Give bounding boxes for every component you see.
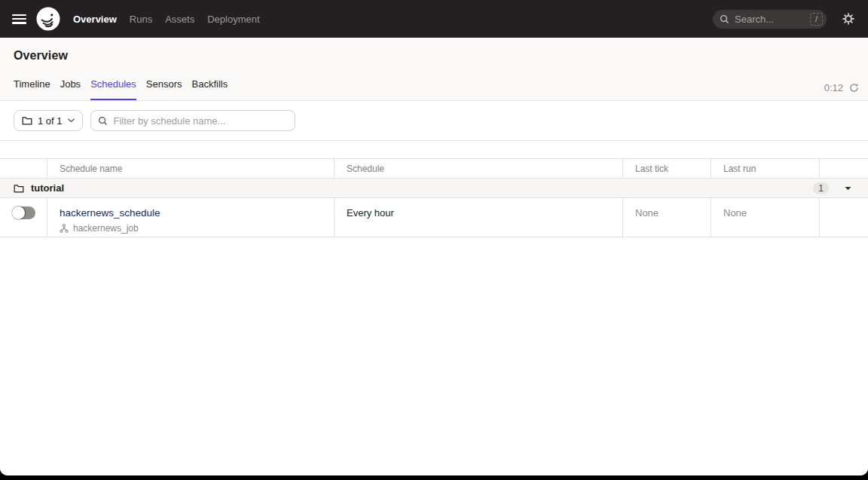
table-header-row: Schedule name Schedule Last tick Last ru… [0, 158, 868, 179]
repo-group-count-badge: 1 [813, 182, 829, 194]
filter-search-icon [98, 116, 108, 126]
app-window: Overview Runs Assets Deployment Search..… [0, 0, 868, 475]
overview-tabs: Timeline Jobs Schedules Sensors Backfill… [0, 78, 868, 100]
col-schedule-name: Schedule name [47, 159, 334, 178]
last-tick-cell: None [622, 198, 711, 237]
global-search-input[interactable]: Search... / [713, 10, 827, 29]
col-actions [819, 159, 868, 178]
menu-icon[interactable] [12, 14, 26, 24]
folder-icon [14, 184, 24, 193]
code-location-filter-dropdown[interactable]: 1 of 1 [14, 110, 83, 131]
dagster-logo-icon [36, 7, 60, 31]
nav-item-runs[interactable]: Runs [130, 14, 152, 25]
filter-bar: 1 of 1 [0, 101, 868, 141]
tab-jobs[interactable]: Jobs [60, 78, 81, 100]
refresh-icon[interactable] [849, 83, 859, 93]
schedule-name-link[interactable]: hackernews_schedule [60, 207, 160, 219]
tab-schedules[interactable]: Schedules [90, 78, 136, 100]
refresh-timer-text: 0:12 [824, 82, 843, 93]
nav-item-deployment[interactable]: Deployment [207, 14, 259, 25]
col-last-run: Last run [711, 159, 819, 178]
tab-sensors[interactable]: Sensors [146, 78, 182, 100]
nav-item-assets[interactable]: Assets [165, 14, 194, 25]
settings-gear-icon[interactable] [842, 13, 854, 25]
chevron-down-icon [68, 118, 75, 123]
primary-nav: Overview Runs Assets Deployment [73, 14, 260, 25]
last-run-cell: None [711, 198, 819, 237]
folder-icon [22, 116, 32, 125]
tab-timeline[interactable]: Timeline [14, 78, 50, 100]
schedules-table: Schedule name Schedule Last tick Last ru… [0, 141, 868, 475]
code-location-filter-label: 1 of 1 [38, 115, 63, 127]
schedule-filter-wrap [90, 110, 295, 131]
job-line: hackernews_job [60, 223, 334, 234]
search-icon [720, 14, 729, 24]
search-placeholder: Search... [735, 14, 774, 25]
job-name-link[interactable]: hackernews_job [73, 223, 139, 234]
row-actions-cell [819, 198, 868, 237]
repo-group-name: tutorial [31, 182, 64, 194]
page-header: Overview Timeline Jobs Schedules Sensors… [0, 38, 868, 101]
col-last-tick: Last tick [622, 159, 711, 178]
col-schedule: Schedule [334, 159, 622, 178]
refresh-countdown: 0:12 [824, 82, 859, 100]
schedule-enabled-toggle[interactable] [12, 206, 35, 219]
top-navbar: Overview Runs Assets Deployment Search..… [0, 0, 868, 38]
job-icon [60, 224, 69, 233]
nav-item-overview[interactable]: Overview [73, 14, 117, 25]
schedule-filter-input[interactable] [90, 110, 295, 131]
tab-backfills[interactable]: Backfills [192, 78, 228, 100]
schedule-row: hackernews_schedule hackernews_job Every… [0, 198, 868, 237]
repo-group-row[interactable]: tutorial 1 [0, 179, 868, 198]
caret-down-icon[interactable] [845, 186, 851, 191]
col-toggle [0, 159, 47, 178]
schedule-name-cell: hackernews_schedule hackernews_job [47, 198, 334, 237]
page-title: Overview [14, 49, 854, 63]
search-shortcut-badge: / [810, 13, 823, 26]
toggle-cell [0, 198, 47, 237]
schedule-cron-cell: Every hour [334, 198, 622, 237]
